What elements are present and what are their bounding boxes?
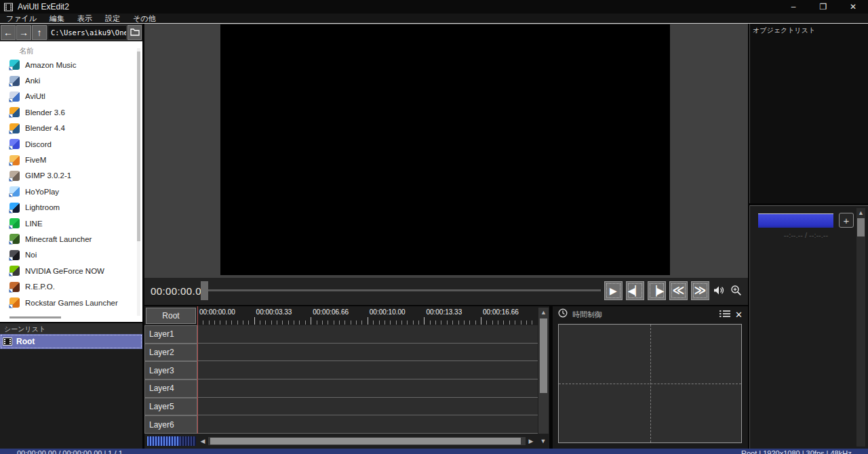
prev-frame-button[interactable]: ◀▏ xyxy=(626,281,644,300)
layer-button[interactable]: Layer4 xyxy=(144,379,197,398)
ruler-timecode: 00:00:16.66 xyxy=(483,308,519,316)
file-item[interactable]: LINE xyxy=(0,215,133,231)
file-list-horizontal-scrollbar[interactable] xyxy=(9,316,61,318)
timeline-layer-row: Layer2 xyxy=(144,344,538,362)
file-item[interactable]: Blender 3.6 xyxy=(0,104,133,120)
ruler-tick xyxy=(311,317,311,325)
title-bar: AviUtl ExEdit2 – ❐ ✕ xyxy=(0,0,868,14)
timeline-bottom-bar: ◀ ▶ ▼ xyxy=(144,435,549,449)
scroll-up-icon[interactable]: ▲ xyxy=(857,209,865,216)
file-item[interactable]: Anki xyxy=(0,73,133,88)
menu-item[interactable]: 表示 xyxy=(77,14,92,23)
status-bar: 00:00:00.00 / 00:00:00.00 | 1 / 1 Root |… xyxy=(0,449,868,454)
file-item-label: LINE xyxy=(25,220,43,228)
scroll-right-icon[interactable]: ▶ xyxy=(527,437,535,445)
minimize-button[interactable]: – xyxy=(778,0,808,14)
app-icon xyxy=(9,91,20,102)
scene-item-label: Root xyxy=(16,337,35,346)
layer-button[interactable]: Layer1 xyxy=(144,325,197,344)
status-timecode: 00:00:00.00 / 00:00:00.00 | 1 / 1 xyxy=(17,449,123,454)
seek-track[interactable] xyxy=(208,289,601,291)
file-item[interactable]: NVIDIA GeForce NOW xyxy=(0,263,133,278)
scroll-left-icon[interactable]: ◀ xyxy=(199,437,207,445)
path-input[interactable] xyxy=(47,25,127,40)
play-button[interactable]: ▶ xyxy=(604,281,623,300)
file-item[interactable]: HoYoPlay xyxy=(0,184,133,199)
time-control-graph[interactable] xyxy=(558,324,742,443)
file-item[interactable]: Discord xyxy=(0,136,133,152)
ruler-timecode: 00:00:13.33 xyxy=(426,308,462,316)
file-list-name-header[interactable]: 名前 xyxy=(19,46,34,56)
file-list-vertical-scrollbar[interactable] xyxy=(137,48,140,316)
next-frame-button[interactable]: ▕▶ xyxy=(648,281,666,300)
scrollbar-thumb[interactable] xyxy=(540,318,547,393)
playhead[interactable] xyxy=(197,306,198,434)
timeline-horizontal-scrollbar[interactable] xyxy=(208,437,526,445)
layer-track[interactable] xyxy=(197,361,538,379)
app-icon xyxy=(9,186,20,197)
up-button[interactable]: ↑ xyxy=(32,25,47,40)
time-control-close-icon[interactable]: ✕ xyxy=(735,310,743,320)
status-project-info: Root | 1920x1080 | 30fps | 48kHz xyxy=(741,449,852,454)
menu-item[interactable]: ファイル xyxy=(6,14,37,23)
scene-item[interactable]: Root xyxy=(0,334,142,349)
media-vertical-scrollbar[interactable]: ▲ xyxy=(856,208,865,447)
restore-button[interactable]: ❐ xyxy=(808,0,838,14)
scrollbar-thumb[interactable] xyxy=(210,438,521,445)
seek-handle[interactable] xyxy=(201,281,208,300)
skip-back-button[interactable]: ≪ xyxy=(669,281,688,300)
timeline-vertical-scrollbar[interactable]: ▲ xyxy=(538,308,549,434)
object-list-title: オブジェクトリスト xyxy=(750,24,868,35)
timeline-scene-tab[interactable]: Root xyxy=(146,308,196,324)
file-item[interactable]: Minecraft Launcher xyxy=(0,231,133,247)
file-item-label: Noi xyxy=(25,251,37,259)
list-icon[interactable] xyxy=(719,308,730,321)
add-media-button[interactable]: + xyxy=(839,213,854,228)
layer-track[interactable] xyxy=(197,415,538,434)
scroll-down-icon[interactable]: ▼ xyxy=(539,437,547,445)
zoom-in-icon[interactable] xyxy=(730,285,742,296)
time-control-panel: 時間制御 ✕ xyxy=(553,306,748,449)
scrollbar-thumb[interactable] xyxy=(137,51,140,241)
timeline-layer-row: Layer1 xyxy=(144,325,538,344)
layer-track[interactable] xyxy=(197,344,538,362)
layer-track[interactable] xyxy=(197,325,538,344)
media-time-display: --:--.-- / --:--.-- xyxy=(758,231,854,239)
back-button[interactable]: ← xyxy=(1,25,16,40)
layer-button[interactable]: Layer2 xyxy=(144,344,197,362)
menu-item[interactable]: 編集 xyxy=(50,14,64,23)
shortcut-badge-icon xyxy=(9,146,13,150)
file-item-label: GIMP 3.0.2-1 xyxy=(25,171,71,180)
close-button[interactable]: ✕ xyxy=(838,0,868,14)
file-item[interactable]: FiveM xyxy=(0,152,133,167)
layer-track[interactable] xyxy=(197,398,538,416)
layer-track[interactable] xyxy=(197,379,538,398)
layer-button[interactable]: Layer5 xyxy=(144,398,197,416)
menu-item[interactable]: その他 xyxy=(133,14,156,23)
file-item-label: FiveM xyxy=(25,156,46,164)
file-item[interactable]: Amazon Music xyxy=(0,57,133,73)
ruler-tick xyxy=(481,317,481,325)
scrollbar-thumb[interactable] xyxy=(857,218,865,236)
media-item-bar[interactable] xyxy=(758,213,833,228)
speaker-icon[interactable] xyxy=(713,285,726,296)
file-item[interactable]: R.E.P.O. xyxy=(0,278,133,294)
layer-button[interactable]: Layer6 xyxy=(144,415,197,434)
app-icon xyxy=(9,250,20,260)
clock-icon xyxy=(558,308,568,321)
skip-forward-button[interactable]: ≫ xyxy=(691,281,709,300)
timeline-zoom-gauge[interactable] xyxy=(147,436,196,446)
menu-item[interactable]: 設定 xyxy=(105,14,120,23)
layer-button[interactable]: Layer3 xyxy=(144,361,197,379)
file-item[interactable]: Blender 4.4 xyxy=(0,121,133,136)
file-item[interactable]: Lightroom xyxy=(0,200,133,215)
scroll-up-icon[interactable]: ▲ xyxy=(540,308,547,316)
file-item[interactable]: GIMP 3.0.2-1 xyxy=(0,168,133,184)
file-item[interactable]: Noi xyxy=(0,247,133,263)
video-canvas[interactable] xyxy=(220,24,670,275)
file-item[interactable]: Rockstar Games Launcher xyxy=(0,295,133,310)
file-item[interactable]: AviUtl xyxy=(0,89,133,104)
timeline-ruler[interactable]: 00:00:00.0000:00:03.3300:00:06.6600:00:1… xyxy=(197,306,538,325)
browse-folder-button[interactable] xyxy=(127,25,142,40)
forward-button[interactable]: → xyxy=(16,25,31,40)
